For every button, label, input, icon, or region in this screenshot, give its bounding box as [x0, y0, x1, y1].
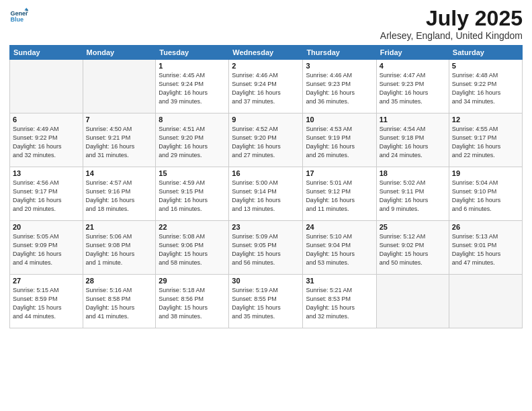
table-row: 30Sunrise: 5:19 AM Sunset: 8:55 PM Dayli…	[229, 275, 303, 328]
header-saturday: Saturday	[449, 46, 522, 60]
day-number: 31	[306, 277, 373, 285]
table-row: 14Sunrise: 4:57 AM Sunset: 9:16 PM Dayli…	[83, 167, 156, 221]
header: General Blue July 2025 Arlesey, England,…	[9, 7, 523, 41]
day-info: Sunrise: 5:19 AM Sunset: 8:55 PM Dayligh…	[232, 286, 300, 321]
table-row: 31Sunrise: 5:21 AM Sunset: 8:53 PM Dayli…	[303, 275, 376, 328]
table-row: 9Sunrise: 4:52 AM Sunset: 9:20 PM Daylig…	[229, 113, 303, 167]
table-row: 20Sunrise: 5:05 AM Sunset: 9:09 PM Dayli…	[10, 221, 83, 275]
table-row: 16Sunrise: 5:00 AM Sunset: 9:14 PM Dayli…	[229, 167, 303, 221]
day-number: 3	[306, 62, 373, 70]
day-number: 5	[452, 62, 519, 70]
table-row: 12Sunrise: 4:55 AM Sunset: 9:17 PM Dayli…	[449, 113, 522, 167]
day-info: Sunrise: 4:46 AM Sunset: 9:24 PM Dayligh…	[232, 71, 300, 106]
table-row: 18Sunrise: 5:02 AM Sunset: 9:11 PM Dayli…	[376, 167, 449, 221]
header-friday: Friday	[376, 46, 449, 60]
day-info: Sunrise: 4:52 AM Sunset: 9:20 PM Dayligh…	[232, 125, 300, 160]
table-row: 28Sunrise: 5:16 AM Sunset: 8:58 PM Dayli…	[83, 275, 156, 328]
calendar-table: Sunday Monday Tuesday Wednesday Thursday…	[9, 45, 523, 328]
calendar-week-row: 1Sunrise: 4:45 AM Sunset: 9:24 PM Daylig…	[10, 60, 523, 113]
day-number: 24	[306, 223, 373, 231]
day-number: 12	[452, 116, 519, 124]
table-row: 29Sunrise: 5:18 AM Sunset: 8:56 PM Dayli…	[156, 275, 229, 328]
day-info: Sunrise: 4:48 AM Sunset: 9:22 PM Dayligh…	[452, 71, 519, 106]
day-number: 25	[380, 223, 446, 231]
table-row: 10Sunrise: 4:53 AM Sunset: 9:19 PM Dayli…	[303, 113, 376, 167]
table-row: 8Sunrise: 4:51 AM Sunset: 9:20 PM Daylig…	[156, 113, 229, 167]
day-number: 20	[13, 223, 80, 231]
day-number: 22	[159, 223, 226, 231]
day-info: Sunrise: 4:59 AM Sunset: 9:15 PM Dayligh…	[159, 179, 226, 214]
day-info: Sunrise: 4:50 AM Sunset: 9:21 PM Dayligh…	[86, 125, 153, 160]
table-row: 19Sunrise: 5:04 AM Sunset: 9:10 PM Dayli…	[449, 167, 522, 221]
day-number: 26	[452, 223, 519, 231]
table-row: 23Sunrise: 5:09 AM Sunset: 9:05 PM Dayli…	[229, 221, 303, 275]
page: General Blue July 2025 Arlesey, England,…	[0, 0, 532, 411]
day-number: 2	[232, 62, 300, 70]
title-block: July 2025 Arlesey, England, United Kingd…	[380, 7, 523, 41]
day-number: 14	[86, 169, 153, 177]
day-info: Sunrise: 5:15 AM Sunset: 8:59 PM Dayligh…	[13, 286, 80, 321]
day-info: Sunrise: 5:01 AM Sunset: 9:12 PM Dayligh…	[306, 179, 373, 214]
calendar-week-row: 6Sunrise: 4:49 AM Sunset: 9:22 PM Daylig…	[10, 113, 523, 167]
day-info: Sunrise: 4:46 AM Sunset: 9:23 PM Dayligh…	[306, 71, 373, 106]
day-number: 4	[380, 62, 446, 70]
table-row: 11Sunrise: 4:54 AM Sunset: 9:18 PM Dayli…	[376, 113, 449, 167]
day-info: Sunrise: 4:57 AM Sunset: 9:16 PM Dayligh…	[86, 179, 153, 214]
day-info: Sunrise: 4:54 AM Sunset: 9:18 PM Dayligh…	[380, 125, 446, 160]
day-info: Sunrise: 4:53 AM Sunset: 9:19 PM Dayligh…	[306, 125, 373, 160]
table-row: 6Sunrise: 4:49 AM Sunset: 9:22 PM Daylig…	[10, 113, 83, 167]
day-number: 10	[306, 116, 373, 124]
day-number: 13	[13, 169, 80, 177]
day-info: Sunrise: 5:09 AM Sunset: 9:05 PM Dayligh…	[232, 232, 300, 267]
day-info: Sunrise: 5:05 AM Sunset: 9:09 PM Dayligh…	[13, 232, 80, 267]
table-row: 22Sunrise: 5:08 AM Sunset: 9:06 PM Dayli…	[156, 221, 229, 275]
table-row: 1Sunrise: 4:45 AM Sunset: 9:24 PM Daylig…	[156, 60, 229, 113]
day-number: 15	[159, 169, 226, 177]
table-row: 3Sunrise: 4:46 AM Sunset: 9:23 PM Daylig…	[303, 60, 376, 113]
day-info: Sunrise: 5:10 AM Sunset: 9:04 PM Dayligh…	[306, 232, 373, 267]
month-title: July 2025	[380, 7, 523, 30]
day-info: Sunrise: 4:49 AM Sunset: 9:22 PM Dayligh…	[13, 125, 80, 160]
table-row: 2Sunrise: 4:46 AM Sunset: 9:24 PM Daylig…	[229, 60, 303, 113]
header-wednesday: Wednesday	[229, 46, 303, 60]
day-info: Sunrise: 5:12 AM Sunset: 9:02 PM Dayligh…	[380, 232, 446, 267]
table-row: 4Sunrise: 4:47 AM Sunset: 9:23 PM Daylig…	[376, 60, 449, 113]
table-row: 7Sunrise: 4:50 AM Sunset: 9:21 PM Daylig…	[83, 113, 156, 167]
calendar-week-row: 13Sunrise: 4:56 AM Sunset: 9:17 PM Dayli…	[10, 167, 523, 221]
day-number: 29	[159, 277, 226, 285]
day-info: Sunrise: 4:47 AM Sunset: 9:23 PM Dayligh…	[380, 71, 446, 106]
day-info: Sunrise: 5:04 AM Sunset: 9:10 PM Dayligh…	[452, 179, 519, 214]
table-row: 27Sunrise: 5:15 AM Sunset: 8:59 PM Dayli…	[10, 275, 83, 328]
svg-text:General: General	[10, 10, 28, 17]
table-row	[83, 60, 156, 113]
table-row: 17Sunrise: 5:01 AM Sunset: 9:12 PM Dayli…	[303, 167, 376, 221]
day-number: 6	[13, 116, 80, 124]
day-number: 21	[86, 223, 153, 231]
table-row	[449, 275, 522, 328]
day-info: Sunrise: 4:45 AM Sunset: 9:24 PM Dayligh…	[159, 71, 226, 106]
day-info: Sunrise: 4:51 AM Sunset: 9:20 PM Dayligh…	[159, 125, 226, 160]
table-row: 15Sunrise: 4:59 AM Sunset: 9:15 PM Dayli…	[156, 167, 229, 221]
day-number: 7	[86, 116, 153, 124]
logo-icon: General Blue	[9, 7, 28, 26]
day-number: 18	[380, 169, 446, 177]
svg-text:Blue: Blue	[10, 16, 24, 23]
header-tuesday: Tuesday	[156, 46, 229, 60]
table-row	[376, 275, 449, 328]
day-info: Sunrise: 5:00 AM Sunset: 9:14 PM Dayligh…	[232, 179, 300, 214]
table-row: 5Sunrise: 4:48 AM Sunset: 9:22 PM Daylig…	[449, 60, 522, 113]
day-number: 27	[13, 277, 80, 285]
day-info: Sunrise: 5:06 AM Sunset: 9:08 PM Dayligh…	[86, 232, 153, 267]
calendar-week-row: 27Sunrise: 5:15 AM Sunset: 8:59 PM Dayli…	[10, 275, 523, 328]
table-row	[10, 60, 83, 113]
day-info: Sunrise: 5:08 AM Sunset: 9:06 PM Dayligh…	[159, 232, 226, 267]
day-number: 17	[306, 169, 373, 177]
table-row: 24Sunrise: 5:10 AM Sunset: 9:04 PM Dayli…	[303, 221, 376, 275]
day-info: Sunrise: 5:18 AM Sunset: 8:56 PM Dayligh…	[159, 286, 226, 321]
day-number: 8	[159, 116, 226, 124]
day-number: 30	[232, 277, 300, 285]
day-number: 23	[232, 223, 300, 231]
table-row: 21Sunrise: 5:06 AM Sunset: 9:08 PM Dayli…	[83, 221, 156, 275]
table-row: 26Sunrise: 5:13 AM Sunset: 9:01 PM Dayli…	[449, 221, 522, 275]
day-number: 1	[159, 62, 226, 70]
